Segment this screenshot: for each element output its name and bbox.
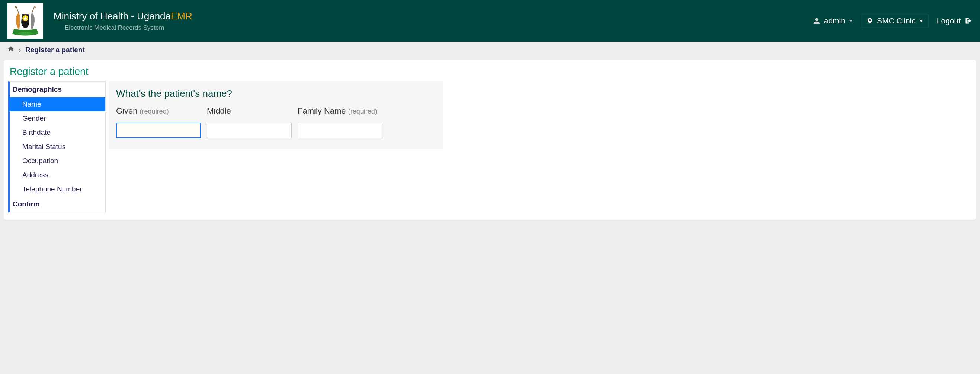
logout-label: Logout — [937, 16, 961, 26]
field-given: Given (required) — [116, 106, 201, 138]
home-icon[interactable] — [8, 45, 14, 54]
field-middle: Middle — [207, 106, 292, 138]
page-title: Register a patient — [10, 66, 972, 77]
content-row: Demographics Name Gender Birthdate Marit… — [8, 81, 972, 213]
form-question: What's the patient's name? — [116, 88, 436, 99]
map-marker-icon — [867, 17, 873, 25]
breadcrumb-current: Register a patient — [25, 46, 84, 54]
user-icon — [813, 17, 820, 25]
field-family: Family Name (required) — [298, 106, 382, 138]
sidebar-item-telephone[interactable]: Telephone Number — [10, 182, 105, 196]
location-menu[interactable]: SMC Clinic — [861, 14, 929, 28]
main-card: Register a patient Demographics Name Gen… — [4, 60, 976, 220]
logout-icon — [964, 17, 972, 25]
fields-row: Given (required) Middle Family Name (req… — [116, 106, 436, 138]
given-required: (required) — [140, 108, 169, 115]
app-title-prefix: Ministry of Health - Uganda — [54, 10, 171, 22]
app-title-suffix: EMR — [171, 10, 192, 22]
given-input[interactable] — [116, 123, 201, 138]
svg-point-6 — [869, 19, 871, 21]
coat-of-arms-icon — [9, 5, 42, 37]
chevron-down-icon — [849, 20, 853, 22]
given-label: Given (required) — [116, 106, 201, 116]
svg-point-5 — [815, 18, 818, 21]
family-required: (required) — [348, 108, 377, 115]
sidebar-item-address[interactable]: Address — [10, 168, 105, 182]
sidebar-item-gender[interactable]: Gender — [10, 111, 105, 126]
sidebar-item-marital-status[interactable]: Marital Status — [10, 140, 105, 154]
family-label: Family Name (required) — [298, 106, 382, 116]
sidebar-item-occupation[interactable]: Occupation — [10, 154, 105, 168]
breadcrumb-separator: › — [19, 46, 21, 54]
given-label-text: Given — [116, 106, 137, 115]
middle-label: Middle — [207, 106, 292, 116]
app-subtitle: Electronic Medical Records System — [65, 24, 813, 32]
breadcrumb: › Register a patient — [0, 42, 980, 58]
form-panel: What's the patient's name? Given (requir… — [109, 81, 444, 149]
title-block: Ministry of Health - UgandaEMR Electroni… — [54, 10, 813, 32]
sidebar-item-birthdate[interactable]: Birthdate — [10, 126, 105, 140]
sidebar-section-confirm[interactable]: Confirm — [10, 196, 105, 212]
sidebar: Demographics Name Gender Birthdate Marit… — [8, 81, 106, 213]
logout-button[interactable]: Logout — [937, 16, 972, 26]
location-name: SMC Clinic — [877, 16, 916, 26]
app-title: Ministry of Health - UgandaEMR — [54, 10, 813, 22]
chevron-down-icon — [920, 20, 923, 22]
app-header: Ministry of Health - UgandaEMR Electroni… — [0, 0, 980, 42]
family-input[interactable] — [298, 123, 382, 138]
user-menu[interactable]: admin — [813, 16, 853, 26]
sidebar-item-name[interactable]: Name — [10, 97, 105, 111]
logo — [8, 3, 43, 39]
header-right: admin SMC Clinic Logout — [813, 14, 972, 28]
sidebar-section-demographics: Demographics — [10, 82, 105, 97]
family-label-text: Family Name — [298, 106, 346, 115]
svg-point-1 — [19, 32, 32, 35]
user-name: admin — [824, 16, 845, 26]
middle-input[interactable] — [207, 123, 292, 138]
